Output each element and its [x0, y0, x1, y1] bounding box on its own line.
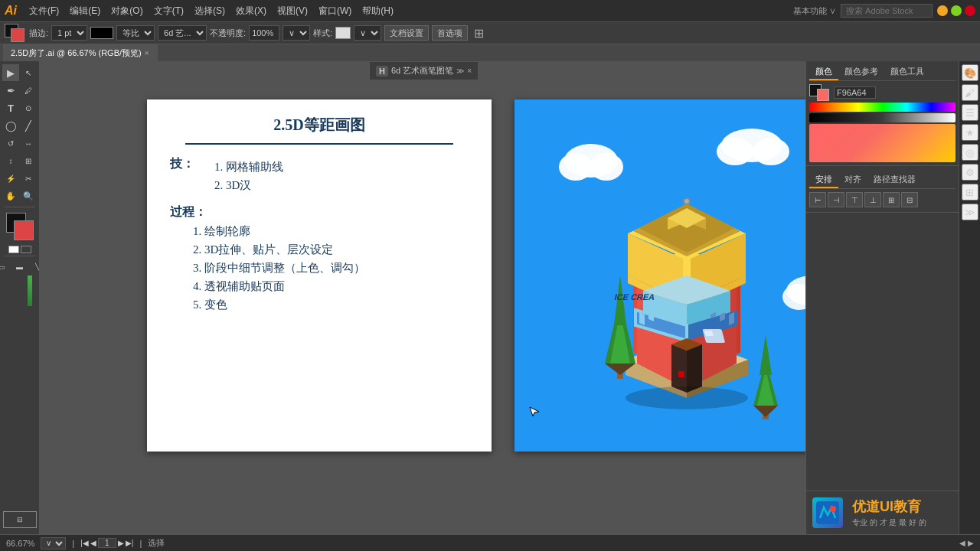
menu-help[interactable]: 帮助(H) — [358, 3, 398, 19]
tab-color-ref[interactable]: 颜色参考 — [838, 64, 884, 80]
page-prev-button[interactable]: ◀ — [90, 539, 96, 547]
floating-panel-close[interactable]: × — [467, 67, 472, 75]
opacity-mode[interactable]: ∨ — [283, 25, 310, 41]
tab-close-button[interactable]: × — [145, 49, 149, 57]
zoom-tool[interactable]: 🔍 — [20, 187, 37, 204]
stroke-color-indicator[interactable] — [5, 24, 26, 42]
canvas-area[interactable]: H 6d 艺术画笔图笔 ≫ × 2.5D等距画图 技： 1. 网格辅助线 2. … — [40, 61, 805, 534]
menu-text[interactable]: 文字(T) — [149, 3, 188, 19]
menu-view[interactable]: 视图(V) — [273, 3, 312, 19]
tab-pathfinder[interactable]: 路径查找器 — [867, 172, 922, 188]
curvature-tool[interactable]: 🖊 — [20, 82, 37, 99]
tab-arrange[interactable]: 安排 — [809, 172, 838, 188]
notes-section-2: 过程： 1. 绘制轮廓 2. 3D拉伸、贴片、层次设定 3. 阶段中细节调整（上… — [170, 204, 469, 312]
svg-point-6 — [753, 138, 789, 165]
menu-edit[interactable]: 编辑(E) — [65, 3, 105, 19]
text-tool[interactable]: T — [2, 99, 19, 116]
screen-mode-1[interactable]: ▭ — [0, 259, 11, 276]
page-first-button[interactable]: |◀ — [80, 539, 89, 547]
stroke-preview — [90, 27, 113, 39]
search-input[interactable] — [841, 4, 933, 18]
pen-tool[interactable]: ✒ — [2, 82, 19, 99]
tab-color[interactable]: 颜色 — [809, 64, 838, 80]
right-sidebar-icons: 🎨 🖌 ☰ ★ ◎ ⚙ ⊞ ≫ — [959, 61, 980, 534]
selection-tool[interactable]: ▶ — [2, 64, 19, 81]
rs-expand[interactable]: ≫ — [962, 204, 978, 220]
screen-mode-3[interactable]: ╲ — [29, 259, 41, 276]
color-bg-box[interactable] — [817, 89, 829, 101]
menu-object[interactable]: 对象(O) — [106, 3, 147, 19]
screen-mode-2[interactable]: ▬ — [11, 259, 28, 276]
rs-transform[interactable]: ⊞ — [962, 184, 978, 201]
tool-divider-2 — [5, 256, 35, 256]
background-color[interactable] — [14, 220, 34, 240]
tool-row-2: ✒ 🖊 — [2, 82, 37, 99]
align-left-button[interactable]: ⊢ — [809, 192, 826, 207]
menu-file[interactable]: 文件(F) — [24, 3, 64, 19]
touch-type-tool[interactable]: ⊙ — [20, 99, 37, 116]
rs-nav[interactable]: ◎ — [962, 144, 978, 161]
scale-tool[interactable]: ↔ — [20, 135, 37, 152]
align-center-h-button[interactable]: ⊣ — [828, 192, 844, 207]
rs-color-picker[interactable]: 🎨 — [962, 64, 978, 81]
align-top-button[interactable]: ⊥ — [864, 192, 881, 207]
floating-brush-panel[interactable]: H 6d 艺术画笔图笔 ≫ × — [369, 61, 479, 80]
page-next-button[interactable]: ▶ — [118, 539, 124, 547]
menu-effect[interactable]: 效果(X) — [231, 3, 271, 19]
direct-select-tool[interactable]: ↖ — [20, 64, 37, 81]
color-swatches[interactable] — [6, 213, 34, 240]
tab-color-guide[interactable]: 颜色工具 — [884, 64, 930, 80]
align-bottom-button[interactable]: ⊟ — [901, 192, 918, 207]
doc-settings-button[interactable]: 文档设置 — [384, 25, 429, 41]
warp-tool[interactable]: ↕ — [2, 152, 19, 169]
color-spectrum-bar[interactable] — [809, 103, 956, 162]
none-mode[interactable] — [21, 246, 31, 253]
rotate-tool[interactable]: ↺ — [2, 135, 19, 152]
scissors-tool[interactable]: ✂ — [20, 170, 37, 187]
document-2-canvas: ICE CREA — [514, 99, 805, 452]
ellipse-tool[interactable]: ◯ — [2, 117, 19, 134]
stroke-select[interactable]: 1 pt — [51, 25, 87, 41]
artboard-tool[interactable]: ⊟ — [3, 511, 37, 528]
minimize-button[interactable] — [937, 5, 948, 16]
bar-divider-1: | — [72, 539, 74, 548]
color-hex-input[interactable] — [834, 86, 876, 99]
top-right-controls: 基本功能 ∨ — [793, 4, 975, 18]
brush-size-indicator — [28, 276, 32, 306]
rs-settings[interactable]: ⚙ — [962, 164, 978, 181]
menu-window[interactable]: 窗口(W) — [314, 3, 356, 19]
shape-builder-tool[interactable]: ⚡ — [2, 170, 19, 187]
page-number-input[interactable] — [98, 538, 116, 548]
svg-point-5 — [717, 138, 753, 165]
first-option-button[interactable]: 首选项 — [432, 25, 468, 41]
zoom-select[interactable]: ∨ — [41, 537, 66, 549]
brush-select[interactable]: 6d 艺... — [158, 25, 207, 41]
grid-tool[interactable]: ⊞ — [20, 152, 37, 169]
arrange-panel-tabs: 安排 对齐 路径查找器 — [809, 172, 956, 189]
dash-select[interactable]: 等比 — [116, 25, 155, 41]
notes-title: 2.5D等距画图 — [170, 115, 469, 135]
section-1-items: 1. 网格辅助线 2. 3D汉 — [199, 156, 283, 197]
toolbox: ▶ ↖ ✒ 🖊 T ⊙ ◯ ╱ ↺ ↔ ↕ ⊞ ⚡ ✂ ✋ 🔍 — [0, 61, 40, 534]
maximize-button[interactable] — [951, 5, 962, 16]
normal-mode[interactable] — [8, 246, 19, 253]
hand-tool[interactable]: ✋ — [2, 187, 19, 204]
document-tab[interactable]: 2.5D房了.ai @ 66.67% (RGB/预览) × — [3, 44, 158, 61]
align-right-button[interactable]: ⊤ — [846, 192, 863, 207]
style-label: 样式: — [313, 28, 332, 39]
tool-row-5: ↺ ↔ — [2, 135, 37, 152]
align-buttons-row: ⊢ ⊣ ⊤ ⊥ ⊞ ⊟ — [809, 192, 956, 207]
rs-brush[interactable]: 🖌 — [962, 84, 978, 101]
opacity-input[interactable] — [249, 25, 279, 41]
floating-panel-expand[interactable]: ≫ — [456, 67, 464, 75]
color-swatch-pair[interactable] — [809, 84, 831, 101]
menu-select[interactable]: 选择(S) — [190, 3, 230, 19]
close-button[interactable] — [965, 5, 975, 16]
line-tool[interactable]: ╱ — [20, 117, 37, 134]
page-last-button[interactable]: ▶| — [126, 539, 134, 547]
tab-align[interactable]: 对齐 — [838, 172, 867, 188]
align-center-v-button[interactable]: ⊞ — [883, 192, 900, 207]
rs-symbols[interactable]: ★ — [962, 124, 978, 141]
style-select[interactable]: ∨ — [354, 25, 381, 41]
rs-layers[interactable]: ☰ — [962, 104, 978, 121]
